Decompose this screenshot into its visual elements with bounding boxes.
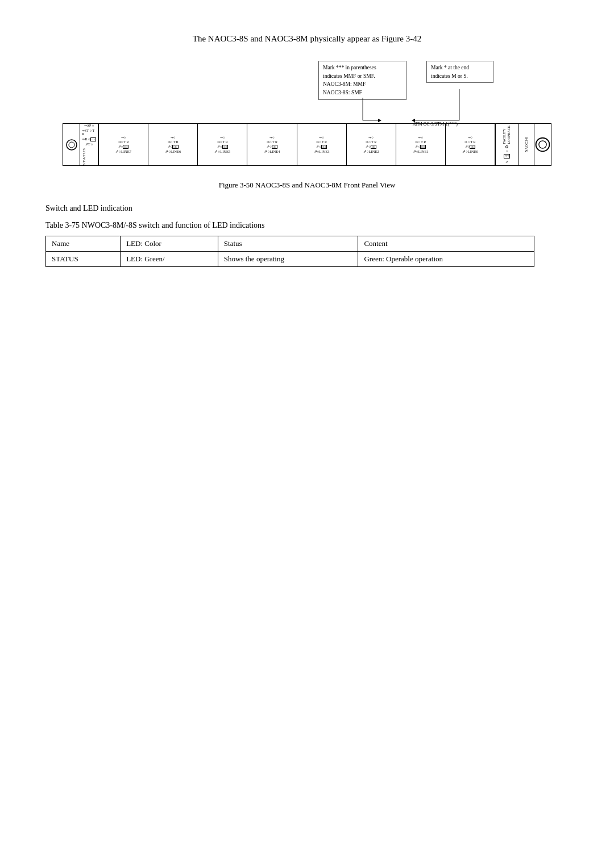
callout-left-box: Mark *** in parentheses indicates MMF or… bbox=[318, 61, 406, 100]
col-content-header: Content bbox=[358, 236, 534, 252]
table-title: Table 3-75 NWOC3-8M/-8S switch and funct… bbox=[45, 221, 569, 230]
atm-label-area: ATM OC-3/STM-1(***) bbox=[63, 166, 551, 174]
page-title: The NAOC3-8S and NAOC3-8M physically app… bbox=[45, 34, 569, 44]
table-header-row: Name LED: Color Status Content bbox=[46, 236, 534, 252]
callout-right-box: Mark * at the end indicates M or S. bbox=[426, 61, 493, 83]
cell-content: Green: Operable operation bbox=[358, 252, 534, 267]
port-line2: ⇒○ ⇒○ T R ⇗○□□ ⇗○LINE2 bbox=[346, 124, 396, 165]
port-line6: ⇒○ ⇒○ T R ⇗○□□ ⇗○LINE6 bbox=[148, 124, 197, 165]
port-line5: ⇒○ ⇒○ T R ⇗○□□ ⇗○LINE5 bbox=[197, 124, 247, 165]
col-led-color-header: LED: Color bbox=[121, 236, 218, 252]
cell-status: Shows the operating bbox=[218, 252, 358, 267]
svg-point-8 bbox=[536, 138, 550, 152]
port-line1: ⇒○ ⇒○ T R ⇗○□□ ⇗○LINE1 bbox=[396, 124, 445, 165]
port-line0: ⇒○ ⇒○ T R ⇗○□□ ⇗○LINE0 bbox=[445, 124, 495, 165]
panel-diagram: ⇒AP ○ ⇒ST ○ T R ⇒R ○□□ ⇗T ○ STATUS ⇒○ ⇒○… bbox=[63, 123, 551, 166]
panel-right-circle bbox=[534, 124, 551, 165]
svg-point-6 bbox=[67, 140, 77, 150]
naoc38-label-section: NAOC3-8 bbox=[518, 124, 534, 165]
led-table: Name LED: Color Status Content STATUS LE… bbox=[45, 236, 534, 267]
svg-point-7 bbox=[69, 142, 74, 148]
facility-loopback-section: FACILITYLOOPBACK ○ □□ ⇗ bbox=[495, 124, 518, 165]
circle-right-icon bbox=[534, 136, 551, 153]
status-section: ⇒AP ○ ⇒ST ○ T R ⇒R ○□□ ⇗T ○ STATUS bbox=[80, 124, 98, 165]
port-line7: ⇒○ ⇒○ T R ⇗○□□ ⇗○LINE7 bbox=[98, 124, 148, 165]
col-status-header: Status bbox=[218, 236, 358, 252]
section-heading: Switch and LED indication bbox=[45, 204, 569, 213]
port-columns: ⇒○ ⇒○ T R ⇗○□□ ⇗○LINE7 ⇒○ ⇒○ T R ⇗○□□ ⇗○ bbox=[98, 124, 495, 165]
svg-marker-5 bbox=[378, 119, 381, 122]
cell-led-color: LED: Green/ bbox=[121, 252, 218, 267]
table-row: STATUS LED: Green/ Shows the operating G… bbox=[46, 252, 534, 267]
circle-icon bbox=[65, 139, 78, 151]
col-name-header: Name bbox=[46, 236, 121, 252]
figure-caption: Figure 3-50 NAOC3-8S and NAOC3-8M Front … bbox=[45, 181, 569, 190]
panel-left-circle bbox=[63, 124, 80, 165]
port-line4: ⇒○ ⇒○ T R ⇗○□□ ⇗○LINE4 bbox=[247, 124, 296, 165]
atm-label: ATM OC-3/STM-1(***) bbox=[413, 122, 458, 127]
svg-point-9 bbox=[539, 141, 546, 148]
cell-name: STATUS bbox=[46, 252, 121, 267]
port-line3: ⇒○ ⇒○ T R ⇗○□□ ⇗○LINE3 bbox=[297, 124, 346, 165]
